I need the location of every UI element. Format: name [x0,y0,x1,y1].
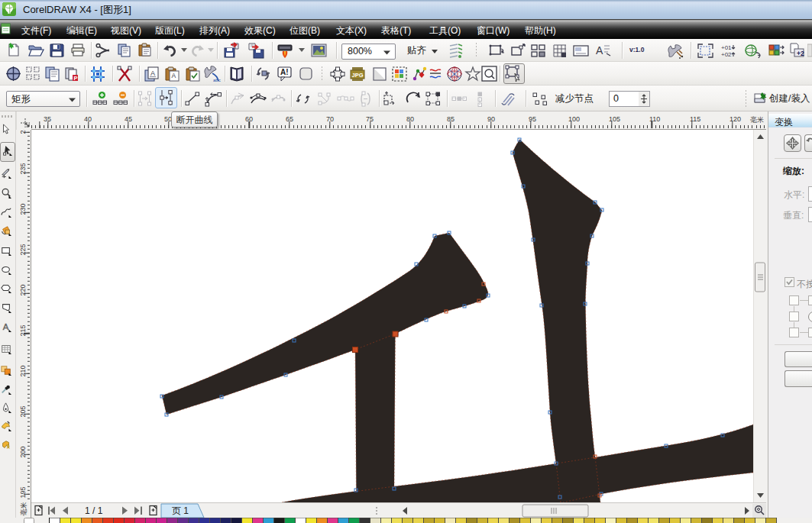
svg-text:1 / 1: 1 / 1 [85,505,103,516]
svg-text:+2: +2 [797,50,804,57]
svg-text:A: A [596,44,603,56]
svg-text:+01: +01 [721,44,732,51]
svg-text:A: A [172,72,176,79]
svg-text:A!: A! [280,68,289,76]
svg-text:P: P [74,75,78,82]
svg-text:JPG: JPG [352,72,364,79]
svg-text:+02: +02 [721,51,732,58]
svg-text:A: A [3,322,9,331]
svg-text:A: A [150,69,155,77]
svg-text:abc: abc [213,78,221,82]
svg-text:页 1: 页 1 [172,505,189,516]
